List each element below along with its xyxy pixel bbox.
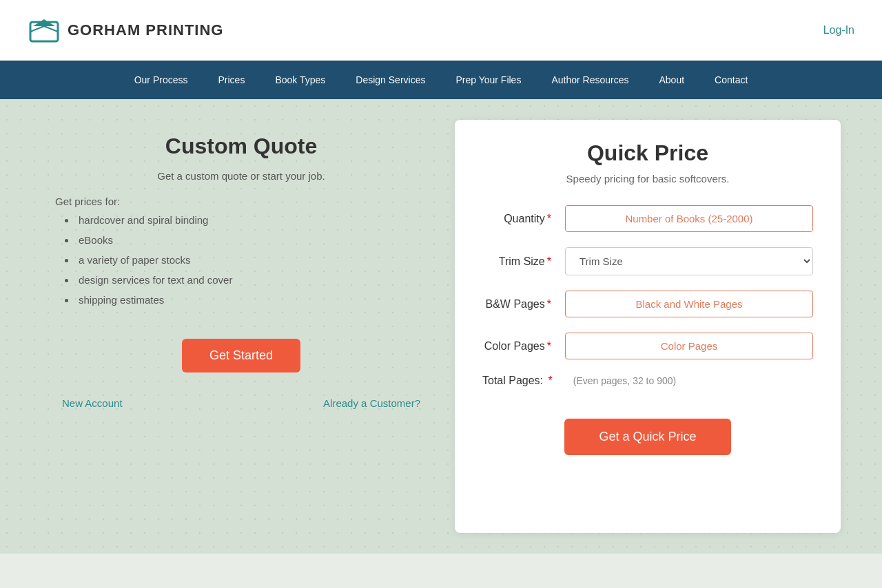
custom-quote-subtitle: Get a custom quote or start your job. bbox=[157, 170, 325, 182]
list-item: design services for text and cover bbox=[76, 274, 427, 286]
quantity-required: * bbox=[547, 213, 551, 224]
nav-item-prices[interactable]: Prices bbox=[203, 61, 260, 99]
quick-price-section: Quick Price Speedy pricing for basic sof… bbox=[455, 120, 841, 533]
list-item: shipping estimates bbox=[76, 294, 427, 306]
get-quick-price-button[interactable]: Get a Quick Price bbox=[564, 419, 730, 455]
login-link[interactable]: Log-In bbox=[823, 24, 854, 36]
new-account-link[interactable]: New Account bbox=[62, 397, 123, 409]
total-pages-label: Total Pages: * bbox=[482, 375, 553, 387]
svg-line-3 bbox=[44, 26, 58, 32]
bw-required: * bbox=[547, 298, 551, 310]
logo-area: GORHAM PRINTING bbox=[28, 17, 223, 44]
nav-item-book-types[interactable]: Book Types bbox=[260, 61, 340, 99]
bw-pages-row: B&W Pages* bbox=[482, 291, 813, 317]
nav-item-design-services[interactable]: Design Services bbox=[340, 61, 440, 99]
color-required: * bbox=[547, 340, 551, 352]
total-pages-required: * bbox=[548, 375, 553, 386]
already-customer-link[interactable]: Already a Customer? bbox=[323, 397, 420, 409]
list-item: hardcover and spiral binding bbox=[76, 214, 427, 226]
color-pages-label: Color Pages* bbox=[482, 340, 551, 353]
bw-pages-label: B&W Pages* bbox=[482, 298, 551, 311]
quantity-input[interactable] bbox=[565, 205, 813, 232]
total-pages-row: Total Pages: * (Even pages, 32 to 900) bbox=[482, 375, 813, 387]
nav-item-about[interactable]: About bbox=[644, 61, 699, 99]
quantity-row: Quantity* bbox=[482, 205, 813, 232]
main-nav: Our Process Prices Book Types Design Ser… bbox=[0, 61, 882, 99]
trim-size-label: Trim Size* bbox=[482, 255, 551, 268]
nav-item-our-process[interactable]: Our Process bbox=[119, 61, 203, 99]
custom-quote-title: Custom Quote bbox=[165, 134, 317, 159]
nav-item-author-resources[interactable]: Author Resources bbox=[536, 61, 644, 99]
bullet-list: hardcover and spiral binding eBooks a va… bbox=[55, 214, 427, 314]
bw-pages-input[interactable] bbox=[565, 291, 813, 317]
logo-icon bbox=[28, 17, 61, 44]
nav-item-prep-your-files[interactable]: Prep Your Files bbox=[440, 61, 536, 99]
header: GORHAM PRINTING Log-In bbox=[0, 0, 882, 61]
trim-size-required: * bbox=[547, 255, 551, 267]
quantity-label: Quantity* bbox=[482, 213, 551, 225]
trim-size-row: Trim Size* Trim Size 5 x 8 5.5 x 8.5 6 x… bbox=[482, 247, 813, 275]
trim-size-select[interactable]: Trim Size 5 x 8 5.5 x 8.5 6 x 9 8.5 x 11 bbox=[565, 247, 813, 275]
total-pages-hint: (Even pages, 32 to 900) bbox=[573, 375, 676, 386]
quick-price-title: Quick Price bbox=[587, 140, 708, 166]
nav-item-contact[interactable]: Contact bbox=[699, 61, 763, 99]
custom-quote-section: Custom Quote Get a custom quote or start… bbox=[41, 120, 455, 533]
logo-text: GORHAM PRINTING bbox=[68, 21, 223, 39]
get-started-button[interactable]: Get Started bbox=[182, 339, 300, 372]
list-item: a variety of paper stocks bbox=[76, 254, 427, 266]
svg-line-2 bbox=[30, 26, 44, 32]
list-item: eBooks bbox=[76, 234, 427, 246]
quick-price-subtitle: Speedy pricing for basic softcovers. bbox=[566, 173, 730, 185]
get-prices-label: Get prices for: bbox=[55, 196, 120, 207]
account-links: New Account Already a Customer? bbox=[55, 397, 427, 409]
color-pages-input[interactable] bbox=[565, 333, 813, 359]
main-content: Custom Quote Get a custom quote or start… bbox=[0, 99, 882, 554]
color-pages-row: Color Pages* bbox=[482, 333, 813, 359]
